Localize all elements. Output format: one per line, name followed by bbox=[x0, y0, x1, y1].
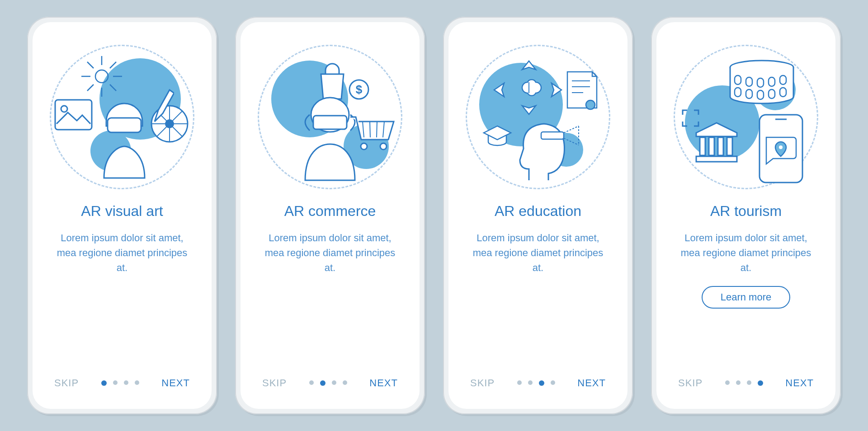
screen-description: Lorem ipsum dolor sit amet, mea regione … bbox=[670, 230, 822, 275]
next-button[interactable]: NEXT bbox=[369, 377, 398, 389]
learn-more-button[interactable]: Learn more bbox=[702, 286, 791, 309]
onboarding-footer: SKIP NEXT bbox=[656, 377, 835, 389]
eyedropper-icon bbox=[151, 88, 174, 128]
next-button[interactable]: NEXT bbox=[577, 377, 606, 389]
phone-frame: AR education Lorem ipsum dolor sit amet,… bbox=[443, 17, 633, 414]
arrow-right-icon bbox=[547, 81, 565, 99]
dot[interactable] bbox=[725, 380, 730, 385]
dot[interactable] bbox=[309, 380, 314, 385]
svg-line-10 bbox=[87, 62, 94, 68]
dot[interactable] bbox=[517, 380, 522, 385]
phone-frame: AR tourism Lorem ipsum dolor sit amet, m… bbox=[651, 17, 841, 414]
dot-active[interactable] bbox=[101, 380, 107, 386]
screen-description: Lorem ipsum dolor sit amet, mea regione … bbox=[462, 230, 614, 275]
svg-point-48 bbox=[779, 145, 783, 149]
svg-rect-42 bbox=[700, 137, 705, 155]
skip-button[interactable]: SKIP bbox=[262, 377, 287, 389]
illustration-commerce: $ bbox=[258, 45, 402, 189]
screen-title: AR visual art bbox=[81, 203, 163, 220]
scan-corner-icon bbox=[680, 108, 701, 128]
svg-point-22 bbox=[361, 143, 367, 150]
phone-frame: $ AR commerce Lorem ipsum dolor sit amet… bbox=[235, 17, 425, 414]
dot[interactable] bbox=[551, 380, 555, 385]
illustration-tourism bbox=[674, 45, 818, 189]
picture-icon bbox=[54, 99, 93, 131]
svg-rect-29 bbox=[541, 132, 564, 139]
onboarding-screen: $ AR commerce Lorem ipsum dolor sit amet… bbox=[241, 22, 420, 409]
shopping-bag-icon bbox=[316, 63, 348, 101]
next-button[interactable]: NEXT bbox=[785, 377, 814, 389]
arrow-up-icon bbox=[520, 58, 538, 74]
shopping-cart-icon bbox=[348, 112, 396, 153]
onboarding-footer: SKIP NEXT bbox=[33, 377, 212, 389]
dot[interactable] bbox=[343, 380, 347, 385]
svg-rect-41 bbox=[696, 156, 737, 162]
phone-location-icon bbox=[757, 112, 805, 185]
svg-line-20 bbox=[377, 122, 377, 137]
arrow-left-icon bbox=[491, 81, 509, 99]
colosseum-icon bbox=[728, 58, 796, 106]
graduation-cap-icon bbox=[481, 124, 513, 146]
sparkle-icon bbox=[81, 56, 122, 97]
svg-line-13 bbox=[110, 62, 116, 68]
brain-icon bbox=[515, 76, 542, 99]
svg-rect-44 bbox=[718, 137, 723, 155]
dot[interactable] bbox=[332, 380, 336, 385]
illustration-education bbox=[466, 45, 610, 189]
screen-title: AR commerce bbox=[284, 203, 376, 220]
svg-line-11 bbox=[110, 84, 116, 91]
illustration-visual-art bbox=[50, 45, 194, 189]
screen-title: AR tourism bbox=[710, 203, 782, 220]
svg-rect-0 bbox=[55, 100, 92, 130]
dot-active[interactable] bbox=[539, 380, 544, 386]
onboarding-footer: SKIP NEXT bbox=[241, 377, 420, 389]
svg-line-19 bbox=[370, 122, 370, 137]
svg-line-12 bbox=[87, 84, 94, 91]
dot[interactable] bbox=[124, 380, 128, 385]
screen-description: Lorem ipsum dolor sit amet, mea regione … bbox=[254, 230, 406, 275]
screen-title: AR education bbox=[495, 203, 581, 220]
onboarding-screen: AR tourism Lorem ipsum dolor sit amet, m… bbox=[656, 22, 835, 409]
skip-button[interactable]: SKIP bbox=[470, 377, 495, 389]
page-indicator bbox=[725, 380, 763, 386]
dot-active[interactable] bbox=[758, 380, 763, 386]
dot[interactable] bbox=[528, 380, 533, 385]
svg-point-28 bbox=[586, 100, 595, 109]
onboarding-footer: SKIP NEXT bbox=[448, 377, 627, 389]
next-button[interactable]: NEXT bbox=[161, 377, 190, 389]
onboarding-screen: AR visual art Lorem ipsum dolor sit amet… bbox=[33, 22, 212, 409]
svg-rect-45 bbox=[727, 137, 732, 155]
ar-head-icon bbox=[513, 110, 581, 183]
dot[interactable] bbox=[135, 380, 139, 385]
page-indicator bbox=[517, 380, 555, 386]
page-indicator bbox=[101, 380, 139, 386]
svg-point-23 bbox=[380, 143, 387, 150]
vr-person-icon bbox=[99, 99, 149, 180]
onboarding-screen: AR education Lorem ipsum dolor sit amet,… bbox=[448, 22, 627, 409]
dot[interactable] bbox=[736, 380, 741, 385]
dot[interactable] bbox=[747, 380, 751, 385]
dot[interactable] bbox=[113, 380, 118, 385]
svg-rect-43 bbox=[709, 137, 714, 155]
skip-button[interactable]: SKIP bbox=[54, 377, 79, 389]
svg-rect-2 bbox=[108, 118, 141, 132]
svg-point-5 bbox=[95, 70, 108, 83]
screen-description: Lorem ipsum dolor sit amet, mea regione … bbox=[46, 230, 198, 275]
page-indicator bbox=[309, 380, 347, 386]
svg-text:$: $ bbox=[356, 83, 363, 96]
certificate-icon bbox=[565, 70, 599, 112]
phone-frame: AR visual art Lorem ipsum dolor sit amet… bbox=[27, 17, 217, 414]
svg-rect-17 bbox=[313, 116, 347, 129]
dot-active[interactable] bbox=[320, 380, 326, 386]
skip-button[interactable]: SKIP bbox=[678, 377, 703, 389]
